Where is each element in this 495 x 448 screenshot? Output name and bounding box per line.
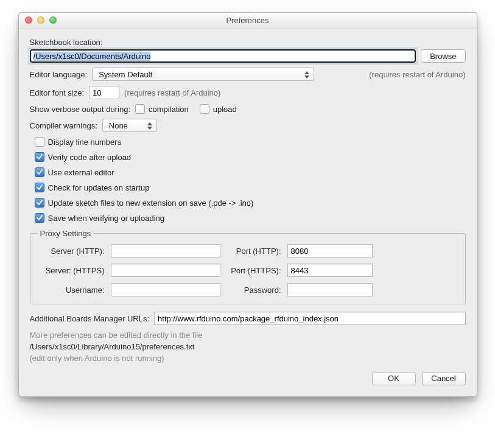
titlebar: Preferences bbox=[19, 13, 477, 29]
font-size-label: Editor font size: bbox=[30, 88, 85, 97]
font-size-input[interactable] bbox=[89, 86, 119, 99]
display-line-numbers-label: Display line numbers bbox=[48, 138, 122, 147]
ok-button[interactable]: OK bbox=[372, 372, 416, 385]
save-on-verify-label: Save when verifying or uploading bbox=[48, 214, 165, 223]
checkbox-icon bbox=[35, 198, 44, 208]
verbose-label: Show verbose output during: bbox=[30, 105, 131, 114]
compiler-warnings-label: Compiler warnings: bbox=[30, 121, 97, 130]
compilation-checkbox[interactable]: compilation bbox=[135, 104, 189, 114]
preferences-file-path: /Users/x1sc0/Library/Arduino15/preferenc… bbox=[30, 341, 466, 353]
note-line2: (edit only when Arduino is not running) bbox=[30, 353, 466, 365]
proxy-port-http-input[interactable] bbox=[287, 244, 373, 257]
save-on-verify-checkbox[interactable]: Save when verifying or uploading bbox=[35, 213, 466, 223]
preferences-file-note: More preferences can be edited directly … bbox=[30, 330, 466, 365]
zoom-icon[interactable] bbox=[49, 16, 57, 24]
sketchbook-location-label: Sketchbook location: bbox=[30, 38, 103, 47]
browse-button[interactable]: Browse bbox=[421, 49, 465, 63]
update-extension-checkbox[interactable]: Update sketch files to new extension on … bbox=[35, 198, 466, 208]
external-editor-label: Use external editor bbox=[48, 168, 114, 177]
display-line-numbers-checkbox[interactable]: Display line numbers bbox=[35, 137, 466, 147]
editor-language-select[interactable]: System Default bbox=[92, 68, 314, 81]
boards-urls-label: Additional Boards Manager URLs: bbox=[30, 314, 150, 323]
checkbox-icon bbox=[35, 213, 44, 223]
checkbox-icon bbox=[200, 104, 209, 114]
proxy-port-https-input[interactable] bbox=[287, 264, 373, 277]
checkbox-icon bbox=[35, 183, 44, 192]
editor-language-value: System Default bbox=[99, 70, 152, 79]
proxy-username-label: Username: bbox=[38, 285, 105, 295]
proxy-server-https-input[interactable] bbox=[111, 264, 220, 277]
minimize-icon[interactable] bbox=[37, 16, 44, 24]
proxy-port-http-label: Port (HTTP): bbox=[226, 247, 281, 256]
boards-urls-input[interactable] bbox=[154, 312, 465, 325]
proxy-password-input[interactable] bbox=[287, 283, 373, 296]
note-line1: More preferences can be edited directly … bbox=[30, 330, 466, 341]
editor-language-hint: (requires restart of Arduino) bbox=[369, 70, 465, 79]
proxy-settings-group: Proxy Settings Server (HTTP): Port (HTTP… bbox=[30, 229, 466, 304]
checkbox-icon bbox=[35, 137, 44, 147]
external-editor-checkbox[interactable]: Use external editor bbox=[35, 167, 466, 177]
check-updates-checkbox[interactable]: Check for updates on startup bbox=[35, 183, 466, 192]
compiler-warnings-select[interactable]: None bbox=[102, 119, 157, 132]
cancel-button[interactable]: Cancel bbox=[422, 372, 466, 385]
window-controls bbox=[25, 16, 57, 24]
close-icon[interactable] bbox=[25, 16, 32, 24]
window-title: Preferences bbox=[19, 13, 477, 29]
upload-checkbox[interactable]: upload bbox=[200, 104, 237, 114]
update-extension-label: Update sketch files to new extension on … bbox=[48, 198, 254, 208]
verify-after-upload-label: Verify code after upload bbox=[48, 153, 132, 162]
proxy-server-https-label: Server: (HTTPS) bbox=[38, 266, 105, 275]
proxy-password-label: Password: bbox=[226, 285, 281, 295]
checkbox-icon bbox=[35, 167, 44, 177]
updown-icon bbox=[147, 121, 153, 131]
proxy-port-https-label: Port (HTTPS): bbox=[226, 266, 281, 275]
checkbox-icon bbox=[135, 104, 145, 114]
font-size-hint: (requires restart of Arduino) bbox=[124, 88, 220, 97]
proxy-legend: Proxy Settings bbox=[38, 229, 94, 238]
compilation-label: compilation bbox=[149, 105, 189, 114]
preferences-window: { "window": { "title": "Preferences" }, … bbox=[18, 12, 477, 397]
check-updates-label: Check for updates on startup bbox=[48, 183, 150, 192]
checkbox-icon bbox=[35, 152, 44, 162]
updown-icon bbox=[304, 70, 310, 80]
proxy-username-input[interactable] bbox=[111, 283, 220, 296]
upload-label: upload bbox=[213, 105, 237, 114]
sketchbook-location-input[interactable] bbox=[30, 49, 416, 63]
proxy-server-http-input[interactable] bbox=[111, 244, 220, 257]
verify-after-upload-checkbox[interactable]: Verify code after upload bbox=[35, 152, 466, 162]
editor-language-label: Editor language: bbox=[30, 70, 88, 79]
proxy-server-http-label: Server (HTTP): bbox=[38, 247, 105, 256]
compiler-warnings-value: None bbox=[109, 121, 128, 130]
